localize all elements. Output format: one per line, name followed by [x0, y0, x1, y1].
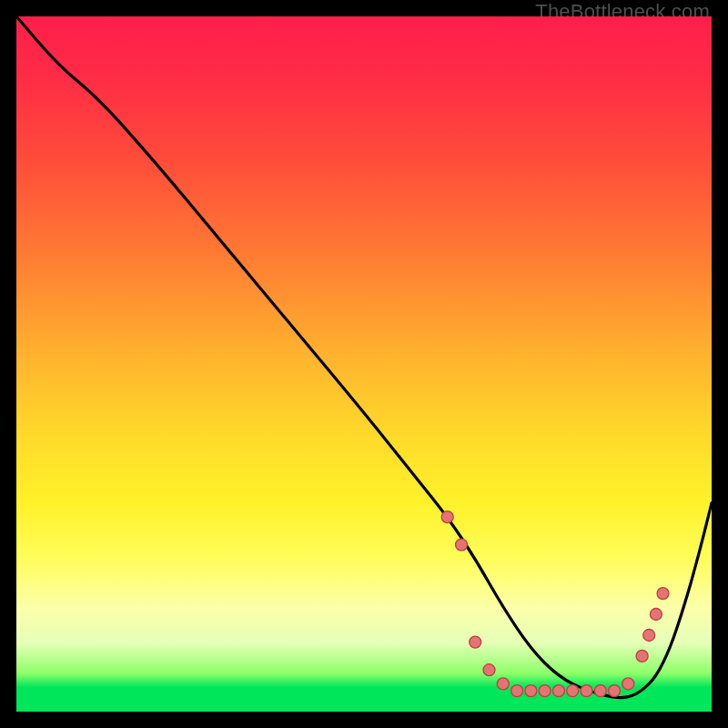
data-point-marker	[497, 678, 509, 690]
data-point-marker	[470, 636, 481, 648]
data-point-marker	[483, 664, 495, 676]
data-point-marker	[511, 685, 523, 697]
data-point-marker	[581, 685, 592, 697]
data-point-marker	[643, 630, 655, 642]
data-point-marker	[539, 685, 551, 697]
bottleneck-curve	[16, 16, 712, 698]
data-point-marker	[567, 685, 579, 697]
chart-svg	[16, 16, 712, 712]
data-point-marker	[441, 511, 453, 523]
plot-area	[16, 16, 712, 712]
data-point-marker	[525, 685, 537, 697]
data-point-marker	[609, 685, 621, 697]
marker-group	[441, 511, 669, 697]
data-point-marker	[657, 588, 669, 600]
data-point-marker	[552, 685, 564, 697]
data-point-marker	[650, 609, 662, 621]
data-point-marker	[456, 539, 468, 551]
chart-stage: TheBottleneck.com	[0, 0, 728, 728]
data-point-marker	[636, 650, 648, 662]
data-point-marker	[594, 685, 606, 697]
data-point-marker	[622, 678, 634, 690]
